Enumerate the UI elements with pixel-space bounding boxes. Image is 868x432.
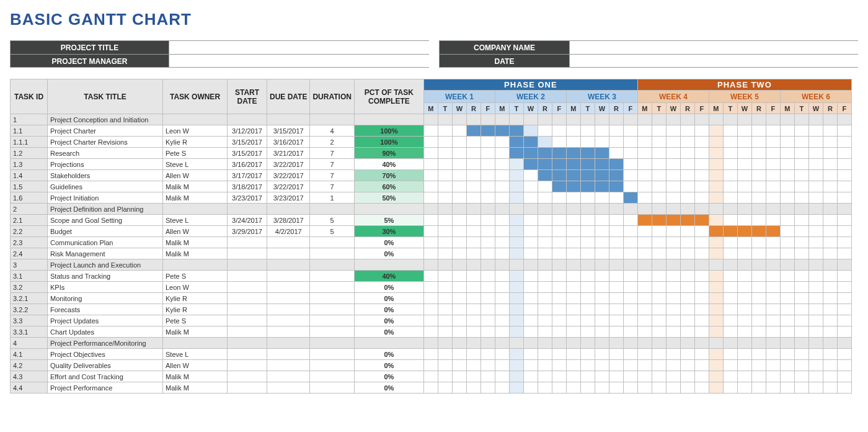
gantt-cell[interactable] bbox=[751, 125, 766, 137]
cell-start-date[interactable] bbox=[228, 360, 267, 371]
gantt-cell[interactable] bbox=[538, 304, 552, 315]
gantt-cell[interactable] bbox=[837, 181, 851, 192]
cell-task-id[interactable]: 1.2 bbox=[11, 148, 48, 159]
gantt-cell[interactable] bbox=[452, 382, 466, 394]
gantt-cell[interactable] bbox=[794, 204, 808, 215]
gantt-cell[interactable] bbox=[637, 282, 652, 293]
gantt-cell[interactable] bbox=[709, 338, 723, 349]
gantt-cell[interactable] bbox=[637, 237, 652, 248]
gantt-cell[interactable] bbox=[766, 237, 780, 248]
gantt-cell[interactable] bbox=[666, 349, 680, 360]
gantt-cell[interactable] bbox=[566, 371, 580, 382]
cell-task-id[interactable]: 4.3 bbox=[11, 371, 48, 382]
gantt-cell[interactable] bbox=[423, 371, 438, 382]
gantt-cell[interactable] bbox=[480, 170, 495, 181]
gantt-cell[interactable] bbox=[423, 181, 438, 192]
cell-pct[interactable]: 100% bbox=[354, 125, 423, 137]
gantt-cell[interactable] bbox=[709, 159, 723, 170]
gantt-cell[interactable] bbox=[509, 382, 523, 394]
gantt-cell[interactable] bbox=[523, 215, 538, 226]
gantt-cell[interactable] bbox=[808, 237, 823, 248]
cell-start-date[interactable] bbox=[228, 204, 267, 215]
cell-task-owner[interactable]: Malik M bbox=[163, 181, 228, 192]
gantt-cell[interactable] bbox=[766, 282, 780, 293]
gantt-cell[interactable] bbox=[766, 170, 780, 181]
gantt-cell[interactable] bbox=[509, 181, 523, 192]
gantt-cell[interactable] bbox=[438, 349, 452, 360]
gantt-cell[interactable] bbox=[423, 170, 438, 181]
gantt-cell[interactable] bbox=[523, 338, 538, 349]
cell-duration[interactable]: 5 bbox=[310, 215, 354, 226]
gantt-cell[interactable] bbox=[595, 248, 609, 259]
gantt-cell[interactable] bbox=[766, 360, 780, 371]
gantt-cell[interactable] bbox=[523, 125, 538, 137]
gantt-cell[interactable] bbox=[538, 215, 552, 226]
gantt-cell[interactable] bbox=[666, 204, 680, 215]
gantt-cell[interactable] bbox=[466, 137, 480, 148]
cell-due-date[interactable] bbox=[267, 338, 310, 349]
cell-pct[interactable]: 30% bbox=[354, 226, 423, 237]
gantt-cell[interactable] bbox=[808, 192, 823, 204]
cell-task-owner[interactable]: Steve L bbox=[163, 159, 228, 170]
gantt-cell[interactable] bbox=[737, 125, 751, 137]
gantt-cell[interactable] bbox=[523, 148, 538, 159]
gantt-cell[interactable] bbox=[837, 259, 851, 271]
gantt-cell[interactable] bbox=[538, 170, 552, 181]
gantt-cell[interactable] bbox=[680, 170, 694, 181]
gantt-cell[interactable] bbox=[637, 181, 652, 192]
gantt-cell[interactable] bbox=[652, 125, 666, 137]
cell-start-date[interactable] bbox=[228, 282, 267, 293]
cell-task-id[interactable]: 3.3 bbox=[11, 315, 48, 326]
gantt-cell[interactable] bbox=[680, 293, 694, 304]
cell-task-title[interactable]: Project Initiation bbox=[48, 192, 163, 204]
gantt-cell[interactable] bbox=[808, 204, 823, 215]
gantt-cell[interactable] bbox=[623, 326, 637, 338]
gantt-cell[interactable] bbox=[737, 137, 751, 148]
gantt-cell[interactable] bbox=[680, 326, 694, 338]
gantt-cell[interactable] bbox=[509, 248, 523, 259]
gantt-cell[interactable] bbox=[595, 338, 609, 349]
gantt-cell[interactable] bbox=[637, 271, 652, 282]
gantt-cell[interactable] bbox=[595, 371, 609, 382]
cell-due-date[interactable] bbox=[267, 271, 310, 282]
gantt-cell[interactable] bbox=[751, 371, 766, 382]
gantt-cell[interactable] bbox=[751, 293, 766, 304]
cell-duration[interactable]: 5 bbox=[310, 226, 354, 237]
gantt-cell[interactable] bbox=[737, 148, 751, 159]
gantt-cell[interactable] bbox=[823, 248, 837, 259]
gantt-cell[interactable] bbox=[609, 192, 623, 204]
gantt-cell[interactable] bbox=[495, 237, 509, 248]
gantt-cell[interactable] bbox=[509, 326, 523, 338]
gantt-cell[interactable] bbox=[623, 293, 637, 304]
gantt-cell[interactable] bbox=[694, 293, 709, 304]
gantt-cell[interactable] bbox=[523, 114, 538, 125]
cell-start-date[interactable] bbox=[228, 114, 267, 125]
gantt-cell[interactable] bbox=[480, 349, 495, 360]
gantt-cell[interactable] bbox=[709, 237, 723, 248]
gantt-cell[interactable] bbox=[623, 237, 637, 248]
gantt-cell[interactable] bbox=[595, 137, 609, 148]
gantt-cell[interactable] bbox=[495, 349, 509, 360]
gantt-cell[interactable] bbox=[466, 204, 480, 215]
cell-duration[interactable]: 7 bbox=[310, 159, 354, 170]
gantt-cell[interactable] bbox=[466, 315, 480, 326]
gantt-cell[interactable] bbox=[566, 148, 580, 159]
gantt-cell[interactable] bbox=[823, 114, 837, 125]
cell-pct[interactable]: 0% bbox=[354, 360, 423, 371]
gantt-cell[interactable] bbox=[637, 148, 652, 159]
cell-start-date[interactable] bbox=[228, 349, 267, 360]
gantt-cell[interactable] bbox=[480, 248, 495, 259]
gantt-cell[interactable] bbox=[552, 315, 566, 326]
gantt-cell[interactable] bbox=[737, 338, 751, 349]
gantt-cell[interactable] bbox=[480, 114, 495, 125]
gantt-cell[interactable] bbox=[523, 326, 538, 338]
gantt-cell[interactable] bbox=[808, 349, 823, 360]
cell-duration[interactable] bbox=[310, 248, 354, 259]
gantt-cell[interactable] bbox=[780, 371, 794, 382]
gantt-cell[interactable] bbox=[595, 226, 609, 237]
cell-start-date[interactable]: 3/24/2017 bbox=[228, 215, 267, 226]
gantt-cell[interactable] bbox=[823, 315, 837, 326]
gantt-cell[interactable] bbox=[652, 304, 666, 315]
gantt-cell[interactable] bbox=[538, 271, 552, 282]
gantt-cell[interactable] bbox=[595, 293, 609, 304]
